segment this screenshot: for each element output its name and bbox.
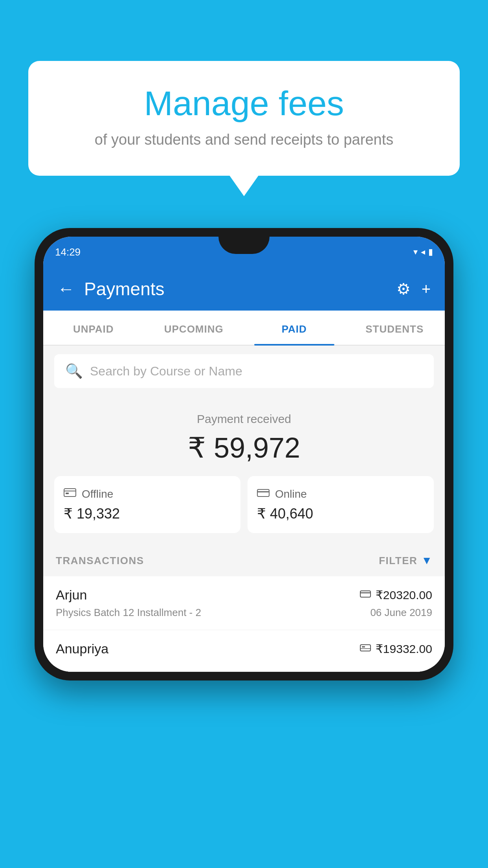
- online-card-header: Online: [257, 487, 424, 501]
- search-container: 🔍 Search by Course or Name: [43, 346, 445, 397]
- battery-icon: ▮: [428, 247, 433, 257]
- offline-label: Offline: [82, 488, 113, 500]
- search-bar[interactable]: 🔍 Search by Course or Name: [54, 354, 434, 388]
- transaction-amount: ₹20320.00: [376, 588, 432, 602]
- tab-unpaid[interactable]: UNPAID: [43, 311, 144, 345]
- status-icons: ▾ ◂ ▮: [413, 247, 433, 257]
- search-placeholder: Search by Course or Name: [90, 364, 242, 379]
- online-label: Online: [275, 488, 307, 500]
- offline-card-header: Offline: [64, 487, 231, 501]
- app-bar: ← Payments ⚙ +: [43, 267, 445, 311]
- svg-rect-2: [66, 493, 69, 494]
- transaction-bottom: Physics Batch 12 Installment - 2 06 June…: [56, 607, 432, 619]
- tab-paid[interactable]: PAID: [244, 311, 345, 345]
- online-card: Online ₹ 40,640: [248, 476, 434, 533]
- app-bar-icons: ⚙ +: [396, 280, 431, 298]
- svg-rect-7: [360, 645, 371, 651]
- online-amount: ₹ 40,640: [257, 506, 424, 522]
- transaction-amount-area: ₹19332.00: [360, 642, 432, 656]
- filter-area[interactable]: FILTER ▼: [379, 554, 432, 567]
- svg-rect-0: [64, 489, 76, 497]
- student-name: Arjun: [56, 587, 87, 603]
- settings-button[interactable]: ⚙: [396, 280, 411, 298]
- offline-amount: ₹ 19,332: [64, 506, 231, 522]
- course-info: Physics Batch 12 Installment - 2: [56, 607, 201, 619]
- payment-total-amount: ₹ 59,972: [54, 431, 434, 464]
- app-bar-title: Payments: [84, 278, 387, 300]
- status-time: 14:29: [55, 246, 81, 258]
- phone-screen: 14:29 ▾ ◂ ▮ ← Payments ⚙ + UNPAID UPCOMI…: [43, 237, 445, 672]
- wifi-icon: ▾: [413, 247, 418, 257]
- filter-icon: ▼: [421, 554, 432, 567]
- online-icon: [257, 487, 270, 501]
- student-name: Anupriya: [56, 641, 108, 657]
- offline-card: Offline ₹ 19,332: [54, 476, 240, 533]
- transaction-amount: ₹19332.00: [376, 642, 432, 656]
- transaction-top: Anupriya ₹19332.00: [56, 641, 432, 657]
- transactions-header: TRANSACTIONS FILTER ▼: [43, 545, 445, 576]
- transactions-label: TRANSACTIONS: [56, 555, 144, 567]
- search-icon: 🔍: [65, 363, 83, 379]
- svg-rect-5: [360, 591, 371, 597]
- transaction-amount-area: ₹20320.00: [360, 588, 432, 602]
- payment-cards: Offline ₹ 19,332 Online ₹ 4: [54, 476, 434, 533]
- transaction-top: Arjun ₹20320.00: [56, 587, 432, 603]
- bubble-subtitle: of your students and send receipts to pa…: [56, 131, 432, 148]
- filter-label: FILTER: [379, 555, 417, 567]
- signal-icon: ◂: [421, 247, 425, 257]
- transaction-row[interactable]: Anupriya ₹19332.00: [43, 630, 445, 672]
- payment-summary: Payment received ₹ 59,972 Offline: [43, 397, 445, 545]
- svg-rect-3: [257, 489, 269, 497]
- phone-mockup: 14:29 ▾ ◂ ▮ ← Payments ⚙ + UNPAID UPCOMI…: [35, 228, 453, 680]
- add-button[interactable]: +: [422, 280, 431, 298]
- notch: [218, 237, 270, 254]
- speech-bubble: Manage fees of your students and send re…: [28, 61, 460, 176]
- back-button[interactable]: ←: [57, 279, 75, 299]
- transaction-date: 06 June 2019: [370, 607, 432, 619]
- tab-upcoming[interactable]: UPCOMING: [144, 311, 244, 345]
- payment-type-icon: [360, 589, 371, 601]
- tab-bar: UNPAID UPCOMING PAID STUDENTS: [43, 311, 445, 346]
- payment-type-icon: [360, 643, 371, 655]
- offline-icon: [64, 487, 76, 501]
- payment-received-label: Payment received: [54, 412, 434, 426]
- bubble-title: Manage fees: [56, 85, 432, 123]
- svg-rect-8: [362, 646, 365, 647]
- transaction-row[interactable]: Arjun ₹20320.00 Physics Batch 12 Install…: [43, 576, 445, 630]
- status-bar: 14:29 ▾ ◂ ▮: [43, 237, 445, 267]
- tab-students[interactable]: STUDENTS: [345, 311, 445, 345]
